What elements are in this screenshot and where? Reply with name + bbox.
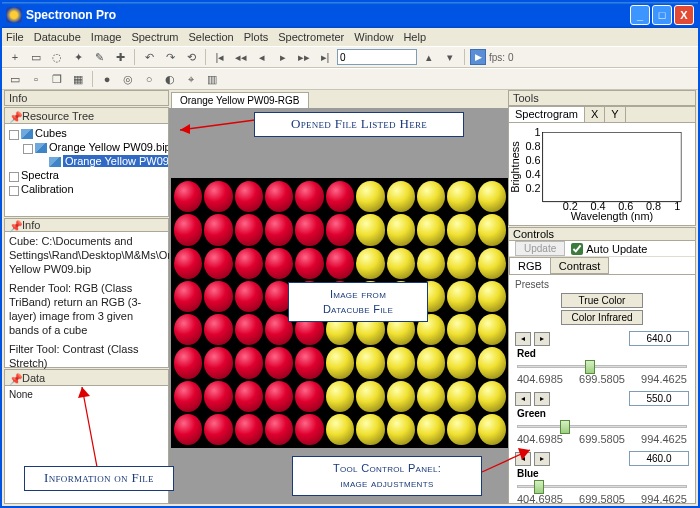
menu-spectrum[interactable]: Spectrum	[131, 31, 178, 43]
tb2-dark-icon[interactable]: ○	[140, 70, 158, 88]
tool-pointer-icon[interactable]: +	[6, 48, 24, 66]
tb2-tile-icon[interactable]: ▦	[69, 70, 87, 88]
tree-file-rgb[interactable]: Orange Yellow PW09-RGB	[35, 154, 166, 168]
tool-wand-icon[interactable]: ✦	[69, 48, 87, 66]
annotation-tool-control: Tool Control Panel:image adjustments	[292, 456, 482, 496]
sample-sphere	[447, 281, 475, 312]
image-tab[interactable]: Orange Yellow PW09-RGB	[171, 92, 309, 108]
sample-sphere	[387, 381, 415, 412]
tb2-new-icon[interactable]: ▫	[27, 70, 45, 88]
menu-spectrometer[interactable]: Spectrometer	[278, 31, 344, 43]
tool-rotate-cw-icon[interactable]: ↷	[161, 48, 179, 66]
wavelength-slider[interactable]	[517, 419, 687, 433]
slider-ticks: 404.6985699.5805994.4625	[517, 493, 687, 504]
wavelength-slider[interactable]	[517, 359, 687, 373]
svg-marker-14	[180, 124, 190, 134]
spectrogram-plot[interactable]: 0.20.40.60.81 0.20.40.60.81 Wavelength (…	[509, 123, 695, 225]
tb2-open-icon[interactable]: ▭	[6, 70, 24, 88]
pin-icon[interactable]: 📌	[9, 220, 19, 230]
sample-sphere	[235, 414, 263, 445]
tb2-cascade-icon[interactable]: ❐	[48, 70, 66, 88]
sample-sphere	[417, 214, 445, 245]
tree-spectra[interactable]: Spectra	[7, 168, 166, 182]
tree-calibration[interactable]: Calibration	[7, 182, 166, 196]
play-button[interactable]: ▶	[470, 49, 486, 65]
menu-help[interactable]: Help	[403, 31, 426, 43]
annotation-image-from: Image fromDatacube File	[288, 282, 428, 322]
sample-sphere	[387, 181, 415, 212]
maximize-button[interactable]: □	[652, 5, 672, 25]
tree-file-bip[interactable]: Orange Yellow PW09.bip	[21, 140, 166, 154]
sample-sphere	[295, 248, 323, 279]
tab-spectrogram[interactable]: Spectrogram	[509, 107, 585, 122]
tool-lasso-icon[interactable]: ◌	[48, 48, 66, 66]
step-right-icon[interactable]: ▸	[534, 332, 550, 346]
subtab-rgb[interactable]: RGB	[509, 257, 551, 274]
auto-update-checkbox[interactable]: Auto Update	[571, 243, 647, 255]
tool-rect-select-icon[interactable]: ▭	[27, 48, 45, 66]
sample-sphere	[326, 347, 354, 378]
channel-value[interactable]: 460.0	[629, 451, 689, 466]
channel-value[interactable]: 550.0	[629, 391, 689, 406]
preset-color-infrared[interactable]: Color Infrared	[561, 310, 643, 325]
channel-value[interactable]: 640.0	[629, 331, 689, 346]
resource-tree[interactable]: Cubes Orange Yellow PW09.bip Orange Yell…	[5, 124, 168, 216]
sample-sphere	[447, 214, 475, 245]
tool-brush-icon[interactable]: ✎	[90, 48, 108, 66]
sample-sphere	[265, 214, 293, 245]
sample-sphere	[326, 214, 354, 245]
sample-sphere	[174, 347, 202, 378]
menu-datacube[interactable]: Datacube	[34, 31, 81, 43]
tab-y[interactable]: Y	[605, 107, 625, 122]
nav-next-icon[interactable]: ▸	[274, 48, 292, 66]
tab-x[interactable]: X	[585, 107, 605, 122]
step-left-icon[interactable]: ◂	[515, 392, 531, 406]
tb2-record-icon[interactable]: ●	[98, 70, 116, 88]
menu-window[interactable]: Window	[354, 31, 393, 43]
tree-cubes[interactable]: Cubes	[7, 126, 166, 140]
tool-eyedrop-icon[interactable]: ✚	[111, 48, 129, 66]
step-left-icon[interactable]: ◂	[515, 332, 531, 346]
svg-text:0.4: 0.4	[526, 168, 541, 180]
step-right-icon[interactable]: ▸	[534, 392, 550, 406]
close-button[interactable]: X	[674, 5, 694, 25]
separator	[464, 49, 465, 65]
tb2-histogram-icon[interactable]: ▥	[203, 70, 221, 88]
fps-label: fps: 0	[489, 52, 513, 63]
preset-true-color[interactable]: True Color	[561, 293, 643, 308]
tool-rotate-ccw-icon[interactable]: ↶	[140, 48, 158, 66]
sample-sphere	[265, 347, 293, 378]
tb2-target-icon[interactable]: ◎	[119, 70, 137, 88]
sample-sphere	[478, 347, 506, 378]
tb2-light-icon[interactable]: ◐	[161, 70, 179, 88]
sample-sphere	[447, 181, 475, 212]
sample-sphere	[478, 281, 506, 312]
minimize-button[interactable]: _	[630, 5, 650, 25]
menu-selection[interactable]: Selection	[188, 31, 233, 43]
tool-reset-icon[interactable]: ⟲	[182, 48, 200, 66]
pin-icon[interactable]: 📌	[9, 373, 19, 383]
arrow-icon	[72, 382, 112, 472]
menu-file[interactable]: File	[6, 31, 24, 43]
menu-image[interactable]: Image	[91, 31, 122, 43]
wavelength-slider[interactable]	[517, 479, 687, 493]
nav-prev-icon[interactable]: ◂	[253, 48, 271, 66]
subtab-contrast[interactable]: Contrast	[550, 257, 610, 274]
separator	[134, 49, 135, 65]
tb2-focus-icon[interactable]: ⌖	[182, 70, 200, 88]
arrow-icon	[480, 442, 540, 482]
nav-last-icon[interactable]: ▸|	[316, 48, 334, 66]
sample-sphere	[478, 248, 506, 279]
image-tabstrip: Orange Yellow PW09-RGB	[169, 90, 508, 108]
nav-prev-fast-icon[interactable]: ◂◂	[232, 48, 250, 66]
nav-next-fast-icon[interactable]: ▸▸	[295, 48, 313, 66]
update-button[interactable]: Update	[515, 241, 565, 256]
menu-plots[interactable]: Plots	[244, 31, 268, 43]
app-icon	[6, 7, 22, 23]
frame-down-icon[interactable]: ▾	[441, 48, 459, 66]
frame-input[interactable]	[337, 49, 417, 65]
pin-icon[interactable]: 📌	[9, 111, 19, 121]
sample-sphere	[265, 381, 293, 412]
nav-first-icon[interactable]: |◂	[211, 48, 229, 66]
frame-up-icon[interactable]: ▴	[420, 48, 438, 66]
